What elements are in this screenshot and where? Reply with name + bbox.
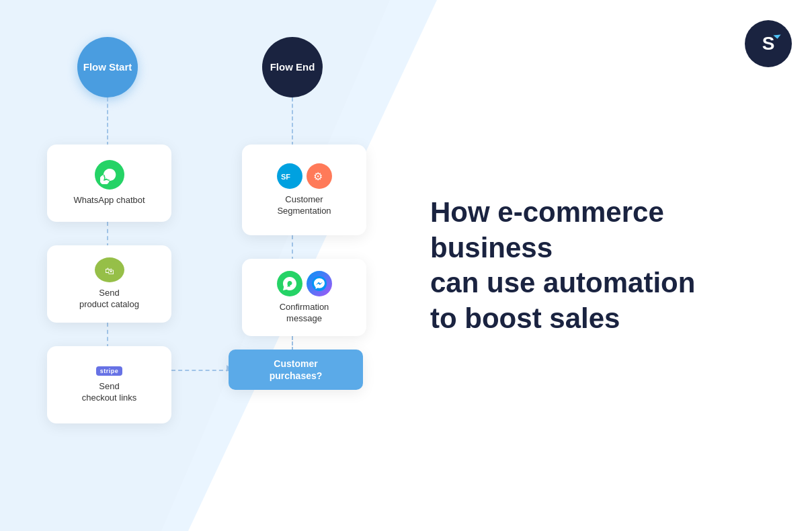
whatsapp-icon xyxy=(95,160,124,190)
flow-start-label: Flow Start xyxy=(83,61,132,73)
hubspot-icon: ⚙ xyxy=(307,163,332,189)
connector-segmentation-confirmation xyxy=(292,235,293,261)
segmentation-label: CustomerSegmentation xyxy=(277,194,331,217)
svg-text:⚙: ⚙ xyxy=(313,171,323,182)
checkout-label: Sendcheckout links xyxy=(82,381,137,404)
flow-end-node: Flow End xyxy=(262,37,323,97)
connector-confirmation-purchases xyxy=(292,336,293,351)
connector-start-whatsapp xyxy=(107,97,108,146)
main-content: Flow Start Flow End xyxy=(0,0,812,531)
flow-diagram: Flow Start Flow End xyxy=(0,0,390,531)
svg-text:SF: SF xyxy=(281,173,290,181)
segmentation-card: SF ⚙ CustomerSegmentation xyxy=(242,145,366,235)
heading-line1: How e-commerce business xyxy=(430,196,664,263)
segmentation-icons: SF ⚙ xyxy=(277,163,332,189)
confirmation-icons xyxy=(277,271,332,296)
heading-line2: can use automation xyxy=(430,267,695,298)
main-heading: How e-commerce business can use automati… xyxy=(430,195,753,336)
salesforce-icon: SF xyxy=(277,163,302,189)
checkout-card: stripe Sendcheckout links xyxy=(47,346,171,423)
avatar-letter: S xyxy=(762,33,775,54)
text-area: How e-commerce business can use automati… xyxy=(390,0,812,531)
avatar: S xyxy=(745,20,792,67)
catalog-card: 🛍 Sendproduct catalog xyxy=(47,245,171,323)
messenger-icon xyxy=(307,271,332,296)
connector-end-segmentation xyxy=(292,97,293,146)
confirmation-label: Confirmationmessage xyxy=(280,302,329,325)
confirmation-whatsapp-icon xyxy=(277,271,302,296)
heading-line3: to boost sales xyxy=(430,302,620,334)
shopify-icon: 🛍 xyxy=(95,257,124,282)
flow-end-label: Flow End xyxy=(270,61,315,73)
whatsapp-card: WhatsApp chatbot xyxy=(47,145,171,222)
stripe-badge: stripe xyxy=(96,366,123,376)
whatsapp-label: WhatsApp chatbot xyxy=(73,195,145,206)
connector-checkout-purchases xyxy=(171,370,230,371)
confirmation-card: Confirmationmessage xyxy=(242,259,366,336)
purchases-card: Customerpurchases? xyxy=(229,350,363,390)
svg-text:🛍: 🛍 xyxy=(105,266,114,276)
flow-start-node: Flow Start xyxy=(77,37,138,97)
connector-whatsapp-catalog xyxy=(107,222,108,247)
connector-catalog-checkout xyxy=(107,323,108,348)
catalog-label: Sendproduct catalog xyxy=(79,288,139,311)
purchases-label: Customerpurchases? xyxy=(270,358,323,382)
